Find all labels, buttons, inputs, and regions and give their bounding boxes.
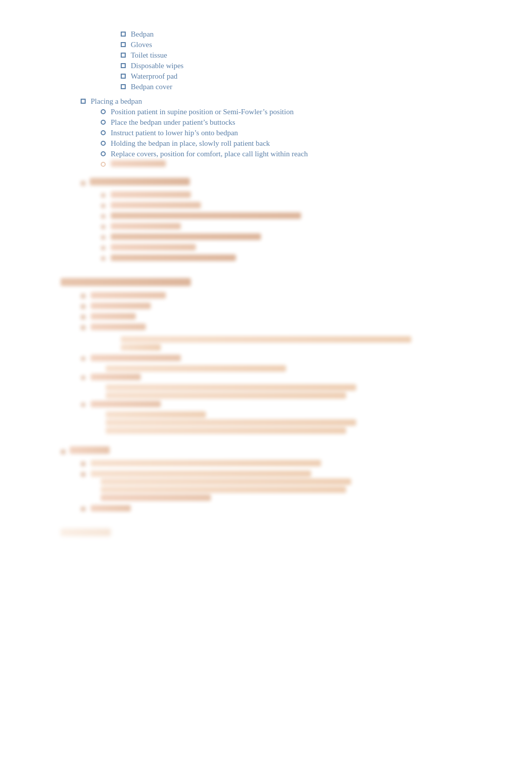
placing-step-2: Place the bedpan under patient’s buttock… xyxy=(101,118,491,127)
list-item-waterproof-pad: Waterproof pad xyxy=(121,72,491,81)
main-content: Bedpan Gloves Toilet tissue Disposable w… xyxy=(41,30,491,536)
bullet-icon xyxy=(121,84,126,89)
placing-step-4: Holding the bedpan in place, slowly roll… xyxy=(101,139,491,148)
step-text: Instruct patient to lower hip’s onto bed… xyxy=(111,129,238,137)
step-text: Place the bedpan under patient’s buttock… xyxy=(111,118,235,127)
blurred-section-3 xyxy=(61,446,491,513)
placing-steps-list: Position patient in supine position or S… xyxy=(101,108,491,169)
bullet-icon xyxy=(81,99,86,104)
list-item-toilet-tissue: Toilet tissue xyxy=(121,51,491,60)
item-text: Bedpan xyxy=(131,30,154,39)
step-text: Replace covers, position for comfort, pl… xyxy=(111,150,308,158)
list-item-bedpan: Bedpan xyxy=(121,30,491,39)
placing-step-6-blurred xyxy=(101,160,491,169)
bullet-icon xyxy=(121,53,126,58)
placing-step-1: Position patient in supine position or S… xyxy=(101,108,491,116)
bullet-icon xyxy=(121,42,126,47)
circle-bullet xyxy=(101,162,106,167)
blurred-sub-items-1 xyxy=(101,191,491,263)
blurred-step-text xyxy=(111,160,171,169)
blurred-sub-items-2 xyxy=(81,292,491,332)
placing-step-5: Replace covers, position for comfort, pl… xyxy=(101,150,491,158)
item-text: Gloves xyxy=(131,41,152,49)
step-text: Holding the bedpan in place, slowly roll… xyxy=(111,139,270,148)
list-item-bedpan-cover: Bedpan cover xyxy=(121,83,491,91)
supply-list-wrapper: Bedpan Gloves Toilet tissue Disposable w… xyxy=(41,30,491,91)
blurred-section-1 xyxy=(81,178,491,263)
item-text: Disposable wipes xyxy=(131,62,183,70)
placing-step-3: Instruct patient to lower hip’s onto bed… xyxy=(101,129,491,137)
item-text: Toilet tissue xyxy=(131,51,167,60)
placing-header: Placing a bedpan xyxy=(81,97,491,106)
blurred-heading-1 xyxy=(81,178,491,187)
circle-bullet xyxy=(101,109,106,114)
bullet-icon xyxy=(121,63,126,68)
list-item-gloves: Gloves xyxy=(121,41,491,49)
item-text: Bedpan cover xyxy=(131,83,172,91)
circle-bullet xyxy=(101,141,106,146)
step-text: Position patient in supine position or S… xyxy=(111,108,294,116)
bullet-icon xyxy=(121,74,126,79)
circle-bullet xyxy=(101,120,106,125)
circle-bullet xyxy=(101,151,106,156)
placing-title: Placing a bedpan xyxy=(91,97,142,106)
bullet-icon xyxy=(121,32,126,37)
blurred-section-2 xyxy=(41,278,491,434)
supply-list: Bedpan Gloves Toilet tissue Disposable w… xyxy=(121,30,491,91)
list-item-disposable-wipes: Disposable wipes xyxy=(121,62,491,70)
blurred-section-bottom xyxy=(61,529,491,536)
item-text: Waterproof pad xyxy=(131,72,177,81)
placing-section: Placing a bedpan Position patient in sup… xyxy=(81,97,491,169)
circle-bullet xyxy=(101,130,106,135)
